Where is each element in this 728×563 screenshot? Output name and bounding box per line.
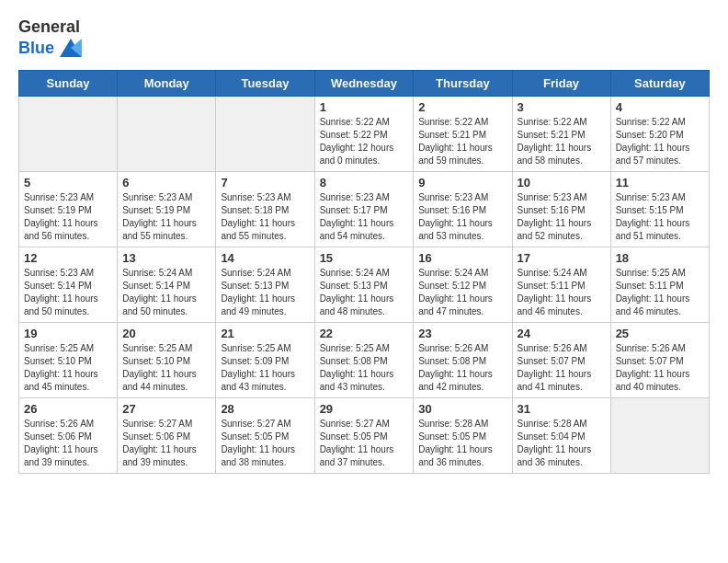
day-number: 9 [418,176,506,190]
day-number: 1 [320,100,409,114]
calendar-cell: 4Sunrise: 5:22 AM Sunset: 5:20 PM Daylig… [610,97,709,172]
day-info: Sunrise: 5:24 AM Sunset: 5:13 PM Dayligh… [320,267,409,318]
day-info: Sunrise: 5:22 AM Sunset: 5:21 PM Dayligh… [518,116,606,167]
day-info: Sunrise: 5:22 AM Sunset: 5:21 PM Dayligh… [418,116,506,167]
calendar-cell: 20Sunrise: 5:25 AM Sunset: 5:10 PM Dayli… [118,323,216,398]
day-info: Sunrise: 5:28 AM Sunset: 5:05 PM Dayligh… [418,418,506,469]
weekday-header-saturday: Saturday [610,71,709,97]
weekday-header-row: SundayMondayTuesdayWednesdayThursdayFrid… [19,71,710,97]
day-info: Sunrise: 5:23 AM Sunset: 5:16 PM Dayligh… [418,191,506,243]
calendar-cell: 6Sunrise: 5:23 AM Sunset: 5:19 PM Daylig… [118,172,216,247]
day-number: 5 [24,176,112,190]
calendar-cell: 15Sunrise: 5:24 AM Sunset: 5:13 PM Dayli… [314,247,414,323]
calendar-cell: 11Sunrise: 5:23 AM Sunset: 5:15 PM Dayli… [610,172,709,247]
day-info: Sunrise: 5:23 AM Sunset: 5:14 PM Dayligh… [24,267,112,318]
day-number: 7 [221,176,309,190]
calendar-row-1: 5Sunrise: 5:23 AM Sunset: 5:19 PM Daylig… [19,172,710,247]
day-number: 8 [320,176,409,190]
calendar-cell: 24Sunrise: 5:26 AM Sunset: 5:07 PM Dayli… [512,323,610,398]
calendar-cell: 19Sunrise: 5:25 AM Sunset: 5:10 PM Dayli… [19,323,118,398]
logo-blue: Blue [18,40,54,56]
day-info: Sunrise: 5:23 AM Sunset: 5:17 PM Dayligh… [320,191,409,243]
weekday-header-sunday: Sunday [19,71,118,97]
day-number: 27 [122,402,210,416]
calendar-cell: 7Sunrise: 5:23 AM Sunset: 5:18 PM Daylig… [216,172,314,247]
day-number: 16 [418,251,506,265]
calendar-cell: 12Sunrise: 5:23 AM Sunset: 5:14 PM Dayli… [19,247,118,323]
calendar-cell: 23Sunrise: 5:26 AM Sunset: 5:08 PM Dayli… [414,323,512,398]
day-number: 28 [221,402,309,416]
day-info: Sunrise: 5:24 AM Sunset: 5:13 PM Dayligh… [221,267,309,318]
day-info: Sunrise: 5:26 AM Sunset: 5:08 PM Dayligh… [418,342,506,394]
calendar-cell: 14Sunrise: 5:24 AM Sunset: 5:13 PM Dayli… [216,247,314,323]
calendar-cell: 10Sunrise: 5:23 AM Sunset: 5:16 PM Dayli… [512,172,610,247]
calendar-row-3: 19Sunrise: 5:25 AM Sunset: 5:10 PM Dayli… [19,323,710,398]
day-number: 18 [616,251,704,265]
day-number: 20 [122,327,210,340]
day-number: 10 [518,176,606,190]
calendar-cell: 22Sunrise: 5:25 AM Sunset: 5:08 PM Dayli… [314,323,414,398]
day-number: 31 [518,402,606,416]
calendar-cell: 25Sunrise: 5:26 AM Sunset: 5:07 PM Dayli… [610,323,709,398]
calendar-cell [610,398,709,474]
calendar-cell: 30Sunrise: 5:28 AM Sunset: 5:05 PM Dayli… [414,398,512,474]
calendar-cell: 3Sunrise: 5:22 AM Sunset: 5:21 PM Daylig… [512,97,610,172]
calendar-row-0: 1Sunrise: 5:22 AM Sunset: 5:22 PM Daylig… [19,97,710,172]
page-header: General Blue [18,18,710,61]
calendar-row-4: 26Sunrise: 5:26 AM Sunset: 5:06 PM Dayli… [19,398,710,474]
day-info: Sunrise: 5:27 AM Sunset: 5:05 PM Dayligh… [320,418,409,469]
day-number: 13 [122,251,210,265]
calendar-cell: 9Sunrise: 5:23 AM Sunset: 5:16 PM Daylig… [414,172,512,247]
calendar-cell: 29Sunrise: 5:27 AM Sunset: 5:05 PM Dayli… [314,398,414,474]
weekday-header-wednesday: Wednesday [314,71,414,97]
calendar-cell [19,97,118,172]
day-info: Sunrise: 5:26 AM Sunset: 5:07 PM Dayligh… [518,342,606,394]
day-number: 4 [616,100,704,114]
day-info: Sunrise: 5:25 AM Sunset: 5:10 PM Dayligh… [122,342,210,394]
calendar-cell [118,97,216,172]
day-info: Sunrise: 5:23 AM Sunset: 5:19 PM Dayligh… [122,191,210,243]
day-number: 19 [24,327,112,340]
day-number: 2 [418,100,506,114]
calendar-row-2: 12Sunrise: 5:23 AM Sunset: 5:14 PM Dayli… [19,247,710,323]
day-number: 30 [418,402,506,416]
calendar-cell: 21Sunrise: 5:25 AM Sunset: 5:09 PM Dayli… [216,323,314,398]
weekday-header-friday: Friday [512,71,610,97]
day-number: 24 [518,327,606,340]
day-number: 21 [221,327,309,340]
calendar-cell: 18Sunrise: 5:25 AM Sunset: 5:11 PM Dayli… [610,247,709,323]
calendar-cell: 13Sunrise: 5:24 AM Sunset: 5:14 PM Dayli… [118,247,216,323]
day-info: Sunrise: 5:25 AM Sunset: 5:10 PM Dayligh… [24,342,112,394]
calendar-cell: 8Sunrise: 5:23 AM Sunset: 5:17 PM Daylig… [314,172,414,247]
day-info: Sunrise: 5:24 AM Sunset: 5:14 PM Dayligh… [122,267,210,318]
day-number: 29 [320,402,409,416]
calendar-cell: 16Sunrise: 5:24 AM Sunset: 5:12 PM Dayli… [414,247,512,323]
calendar-cell: 5Sunrise: 5:23 AM Sunset: 5:19 PM Daylig… [19,172,118,247]
day-info: Sunrise: 5:26 AM Sunset: 5:06 PM Dayligh… [24,418,112,469]
day-number: 12 [24,251,112,265]
day-info: Sunrise: 5:23 AM Sunset: 5:19 PM Dayligh… [24,191,112,243]
day-info: Sunrise: 5:25 AM Sunset: 5:08 PM Dayligh… [320,342,409,394]
day-info: Sunrise: 5:25 AM Sunset: 5:11 PM Dayligh… [616,267,704,318]
calendar-cell: 17Sunrise: 5:24 AM Sunset: 5:11 PM Dayli… [512,247,610,323]
day-info: Sunrise: 5:23 AM Sunset: 5:16 PM Dayligh… [518,191,606,243]
day-number: 26 [24,402,112,416]
day-info: Sunrise: 5:27 AM Sunset: 5:06 PM Dayligh… [122,418,210,469]
day-number: 25 [616,327,704,340]
calendar-cell: 2Sunrise: 5:22 AM Sunset: 5:21 PM Daylig… [414,97,512,172]
day-info: Sunrise: 5:24 AM Sunset: 5:12 PM Dayligh… [418,267,506,318]
day-info: Sunrise: 5:28 AM Sunset: 5:04 PM Dayligh… [518,418,606,469]
day-info: Sunrise: 5:26 AM Sunset: 5:07 PM Dayligh… [616,342,704,394]
calendar-cell: 1Sunrise: 5:22 AM Sunset: 5:22 PM Daylig… [314,97,414,172]
logo-general: General [18,18,85,35]
day-info: Sunrise: 5:23 AM Sunset: 5:15 PM Dayligh… [616,191,704,243]
calendar-cell: 28Sunrise: 5:27 AM Sunset: 5:05 PM Dayli… [216,398,314,474]
calendar-cell: 27Sunrise: 5:27 AM Sunset: 5:06 PM Dayli… [118,398,216,474]
day-number: 22 [320,327,409,340]
day-number: 23 [418,327,506,340]
day-number: 15 [320,251,409,265]
day-number: 14 [221,251,309,265]
weekday-header-thursday: Thursday [414,71,512,97]
day-info: Sunrise: 5:25 AM Sunset: 5:09 PM Dayligh… [221,342,309,394]
weekday-header-monday: Monday [118,71,216,97]
